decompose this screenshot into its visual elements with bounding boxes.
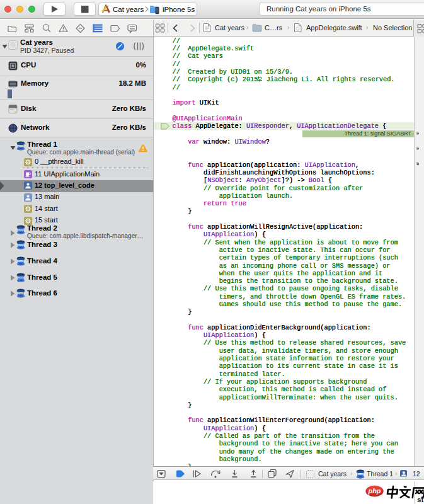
svg-text:php: php (367, 487, 381, 495)
